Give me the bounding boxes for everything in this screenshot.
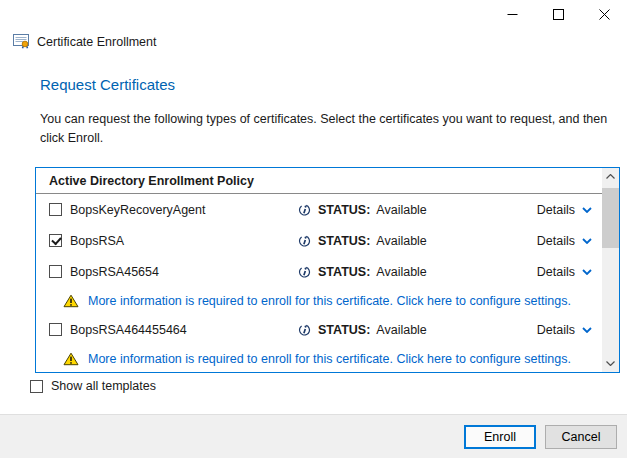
certificate-icon	[13, 33, 30, 50]
template-warning-row: More information is required to enroll f…	[36, 287, 602, 314]
details-button[interactable]: Details	[537, 323, 602, 337]
template-listbox: Active Directory Enrollment Policy BopsK…	[35, 167, 620, 373]
chevron-down-icon	[582, 238, 592, 244]
template-row: BopsRSA45654 STATUS: Available Details	[36, 256, 602, 287]
status-cell: STATUS: Available	[297, 264, 537, 279]
details-label: Details	[537, 203, 575, 217]
chevron-down-icon	[582, 327, 592, 333]
template-checkbox[interactable]	[49, 234, 62, 247]
configure-settings-link[interactable]: More information is required to enroll f…	[88, 352, 571, 366]
details-button[interactable]: Details	[537, 265, 602, 279]
warning-triangle-icon	[63, 294, 79, 308]
scrollbar-thumb[interactable]	[602, 188, 619, 248]
status-label: STATUS:	[318, 265, 370, 279]
scroll-up-button[interactable]	[602, 168, 619, 185]
window-controls	[489, 0, 627, 29]
footer-bar: Enroll Cancel	[0, 414, 627, 458]
status-label: STATUS:	[318, 203, 370, 217]
page-title: Request Certificates	[40, 76, 175, 93]
chevron-down-icon	[582, 207, 592, 213]
maximize-button[interactable]	[535, 0, 581, 29]
minimize-button[interactable]	[489, 0, 535, 29]
enroll-button[interactable]: Enroll	[464, 425, 536, 449]
template-name[interactable]: BopsRSA464455464	[70, 323, 187, 337]
status-value: Available	[376, 265, 427, 279]
details-label: Details	[537, 265, 575, 279]
info-icon	[297, 233, 312, 248]
template-name-label[interactable]: BopsRSA45654	[49, 265, 297, 279]
details-button[interactable]: Details	[537, 234, 602, 248]
template-checkbox[interactable]	[49, 203, 62, 216]
template-row: BopsKeyRecoveryAgent STATUS: Available D…	[36, 194, 602, 225]
policy-group-header: Active Directory Enrollment Policy	[36, 168, 602, 193]
status-cell: STATUS: Available	[297, 233, 537, 248]
show-all-templates-label: Show all templates	[51, 379, 156, 393]
configure-settings-link[interactable]: More information is required to enroll f…	[88, 294, 571, 308]
template-name[interactable]: BopsRSA45654	[70, 265, 159, 279]
status-value: Available	[376, 203, 427, 217]
details-button[interactable]: Details	[537, 203, 602, 217]
certificate-enrollment-window: Certificate Enrollment Request Certifica…	[0, 0, 627, 458]
info-icon	[297, 202, 312, 217]
template-row: BopsRSA464455464 STATUS: Available Detai…	[36, 314, 602, 345]
template-name[interactable]: BopsRSA	[70, 234, 124, 248]
scroll-down-button[interactable]	[602, 355, 619, 372]
cancel-button[interactable]: Cancel	[545, 425, 617, 449]
status-value: Available	[376, 323, 427, 337]
info-icon	[297, 322, 312, 337]
warning-triangle-icon	[63, 352, 79, 366]
intro-text: You can request the following types of c…	[40, 110, 612, 148]
template-name-label[interactable]: BopsRSA	[49, 234, 297, 248]
close-button[interactable]	[581, 0, 627, 29]
template-warning-row: More information is required to enroll f…	[36, 345, 602, 372]
status-label: STATUS:	[318, 323, 370, 337]
details-label: Details	[537, 234, 575, 248]
status-cell: STATUS: Available	[297, 202, 537, 217]
list-scrollbar[interactable]	[602, 168, 619, 372]
maximize-icon	[553, 9, 564, 20]
show-all-templates-checkbox-label[interactable]: Show all templates	[30, 379, 156, 393]
template-list-content: Active Directory Enrollment Policy BopsK…	[36, 168, 602, 372]
template-name-label[interactable]: BopsKeyRecoveryAgent	[49, 203, 297, 217]
template-row: BopsRSA STATUS: Available Details	[36, 225, 602, 256]
template-checkbox[interactable]	[49, 265, 62, 278]
template-name[interactable]: BopsKeyRecoveryAgent	[70, 203, 206, 217]
status-cell: STATUS: Available	[297, 322, 537, 337]
template-checkbox[interactable]	[49, 323, 62, 336]
status-value: Available	[376, 234, 427, 248]
show-all-templates-checkbox[interactable]	[30, 380, 43, 393]
details-label: Details	[537, 323, 575, 337]
chevron-up-icon	[606, 174, 615, 179]
chevron-down-icon	[606, 361, 615, 366]
app-title: Certificate Enrollment	[37, 35, 157, 49]
status-label: STATUS:	[318, 234, 370, 248]
minimize-icon	[507, 9, 518, 20]
app-header: Certificate Enrollment	[13, 33, 157, 50]
template-name-label[interactable]: BopsRSA464455464	[49, 323, 297, 337]
info-icon	[297, 264, 312, 279]
close-icon	[599, 9, 610, 20]
chevron-down-icon	[582, 269, 592, 275]
